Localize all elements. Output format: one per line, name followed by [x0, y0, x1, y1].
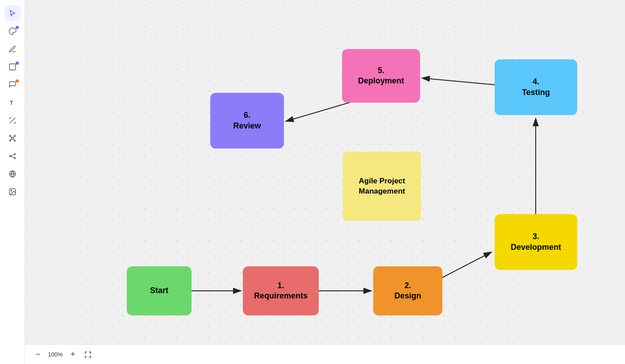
node-start[interactable]: Start [127, 266, 192, 315]
shape-tool[interactable] [4, 59, 21, 75]
text-tool[interactable]: T [4, 95, 21, 111]
paint-tool[interactable] [4, 23, 21, 39]
svg-point-13 [14, 157, 15, 159]
svg-point-12 [14, 153, 15, 155]
node-testing[interactable]: 4. Testing [495, 59, 577, 115]
svg-line-9 [11, 139, 12, 140]
sidebar: T [0, 0, 25, 364]
svg-line-24 [422, 78, 495, 85]
image-tool[interactable] [4, 184, 21, 200]
svg-point-3 [9, 135, 11, 136]
node-review[interactable]: 6. Review [210, 93, 284, 149]
fit-to-screen-button[interactable] [82, 349, 94, 360]
node-development[interactable]: 3. Development [495, 214, 577, 270]
node-requirements[interactable]: 1. Requirements [243, 266, 319, 315]
shape-dot [16, 62, 19, 65]
node-start-label: Start [150, 285, 168, 296]
svg-point-11 [9, 156, 11, 157]
bottom-bar: − 100% + [25, 344, 625, 364]
svg-point-6 [14, 140, 15, 141]
line-tool[interactable] [4, 112, 21, 128]
svg-line-25 [286, 102, 352, 121]
connect-tool[interactable] [4, 148, 21, 164]
sticky-tool[interactable] [4, 77, 21, 93]
node-development-label: 3. Development [511, 232, 561, 252]
pen-tool[interactable] [4, 41, 21, 57]
svg-point-4 [14, 135, 15, 136]
svg-line-8 [13, 136, 14, 137]
node-design[interactable]: 2. Design [373, 266, 442, 315]
node-deployment-label: 5. Deployment [358, 66, 404, 87]
zoom-in-button[interactable]: + [67, 349, 79, 360]
arrows-overlay [25, 0, 625, 364]
node-requirements-label: 1. Requirements [254, 281, 308, 302]
component-tool[interactable] [4, 130, 21, 146]
svg-line-15 [11, 156, 14, 158]
paint-dot [16, 26, 19, 29]
canvas: Start 1. Requirements 2. Design 3. Devel… [25, 0, 625, 364]
node-testing-label: 4. Testing [522, 77, 550, 98]
svg-point-5 [9, 140, 11, 141]
svg-text:T: T [10, 100, 13, 106]
sticky-dot [16, 79, 19, 83]
node-design-label: 2. Design [394, 281, 421, 302]
node-review-label: 6. Review [233, 110, 261, 131]
zoom-out-button[interactable]: − [32, 349, 44, 360]
svg-rect-0 [9, 64, 16, 70]
svg-line-7 [11, 136, 12, 137]
svg-line-10 [13, 139, 14, 140]
globe-tool[interactable] [4, 166, 21, 182]
select-tool[interactable] [4, 5, 21, 21]
zoom-level-display: 100% [47, 351, 63, 358]
svg-line-22 [436, 252, 492, 281]
svg-line-14 [11, 154, 14, 156]
node-agile[interactable]: Agile Project Management [343, 152, 421, 221]
node-deployment[interactable]: 5. Deployment [342, 49, 420, 103]
node-agile-label: Agile Project Management [359, 176, 405, 196]
svg-point-18 [11, 190, 12, 191]
